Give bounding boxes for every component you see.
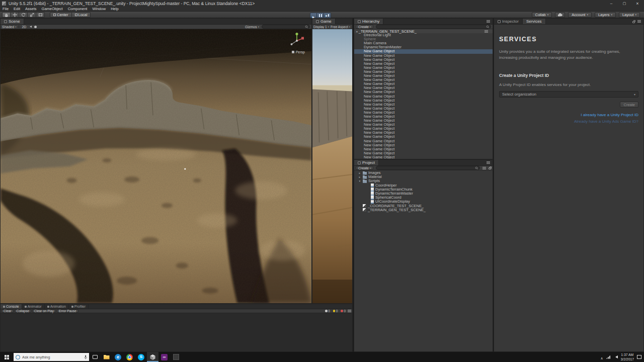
maximize-button[interactable]: [618, 0, 631, 7]
task-view-button[interactable]: [89, 352, 101, 362]
scale-tool-button[interactable]: [28, 12, 36, 18]
hand-tool-button[interactable]: [2, 12, 11, 18]
scene-audio-icon[interactable]: [29, 26, 32, 28]
info-count[interactable]: 0: [324, 309, 331, 313]
scene-viewport[interactable]: Persp: [1, 29, 311, 303]
unity-ads-id-link[interactable]: Already have a Unity Ads Game ID?: [574, 119, 638, 124]
aspect-dropdown[interactable]: Free Aspect: [331, 25, 350, 29]
account-dropdown[interactable]: Account: [568, 12, 592, 18]
project-menu-icon[interactable]: [487, 161, 490, 164]
collab-dropdown[interactable]: Collab: [532, 12, 552, 18]
console-tab[interactable]: Animation: [45, 304, 69, 309]
rotate-tool-button[interactable]: [19, 12, 28, 18]
lock-icon[interactable]: [489, 167, 491, 169]
console-button[interactable]: Clear: [2, 309, 14, 313]
tab-project[interactable]: Project: [354, 160, 379, 165]
project-item[interactable]: _TERRAIN_GEN_TEST_SCENE_: [354, 208, 493, 212]
taskbar-clock[interactable]: 1:37 AM 3/2/2017: [621, 352, 634, 361]
minimize-button[interactable]: [605, 0, 618, 7]
edge-button[interactable]: e: [112, 352, 124, 362]
hierarchy-search-input[interactable]: [376, 25, 491, 29]
network-icon[interactable]: [606, 355, 611, 359]
orientation-gizmo[interactable]: [288, 31, 305, 48]
visual-studio-button[interactable]: ∞: [158, 352, 170, 362]
hierarchy-menu-icon[interactable]: [487, 20, 490, 23]
existing-project-id-link[interactable]: I already have a Unity Project ID: [581, 113, 638, 117]
move-tool-button[interactable]: [11, 12, 19, 18]
file-explorer-button[interactable]: [101, 352, 112, 362]
tab-game[interactable]: Game: [312, 19, 336, 24]
asset-icon: [363, 171, 367, 175]
menu-item[interactable]: GameObject: [39, 7, 65, 11]
toggle-2d-button[interactable]: 2D: [22, 25, 26, 29]
inspector-lock-icon[interactable]: [632, 21, 635, 23]
system-tray: 1:37 AM 3/2/2017: [600, 352, 644, 361]
play-button[interactable]: [310, 13, 317, 18]
menu-item[interactable]: File: [0, 7, 11, 11]
file-explorer-icon: [104, 355, 110, 359]
menu-item[interactable]: Edit: [11, 7, 23, 11]
hierarchy-list-container: _TERRAIN_GEN_TEST_SCENE_ Directional Lig…: [354, 29, 493, 159]
console-buttons: ClearCollapseClear on PlayError Pause: [2, 309, 78, 313]
layout-dropdown[interactable]: Layout: [619, 12, 640, 18]
game-viewport[interactable]: [312, 29, 352, 303]
console-menu-icon[interactable]: [348, 310, 351, 312]
persp-toggle[interactable]: Persp: [292, 50, 305, 54]
close-button[interactable]: [631, 0, 644, 7]
rect-tool-button[interactable]: [36, 12, 45, 18]
disclosure-arrow-icon: [358, 175, 361, 179]
gizmos-dropdown[interactable]: Gizmos: [245, 25, 259, 29]
inspector-tabstrip: Inspector Services: [494, 19, 643, 25]
menu-item[interactable]: Help: [108, 7, 121, 11]
scene-lighting-icon[interactable]: [34, 26, 37, 28]
asset-icon: [363, 204, 366, 208]
search-icon: [475, 166, 478, 170]
tab-services[interactable]: Services: [523, 19, 546, 24]
pivot-toggle-button[interactable]: Center: [50, 12, 72, 18]
microphone-icon[interactable]: [84, 355, 87, 359]
scene-search-input[interactable]: [262, 25, 310, 29]
project-create-button[interactable]: Create: [356, 166, 373, 170]
console-tab[interactable]: Console: [1, 304, 22, 309]
action-center-icon[interactable]: [637, 355, 641, 359]
start-button[interactable]: [0, 352, 13, 362]
console-tab[interactable]: Animator: [22, 304, 45, 309]
console-button[interactable]: Collapse: [15, 309, 31, 313]
draw-mode-dropdown[interactable]: Shaded: [2, 25, 16, 29]
chrome-button[interactable]: [124, 352, 135, 362]
menu-item[interactable]: Window: [90, 7, 108, 11]
app-button[interactable]: [170, 352, 182, 362]
layers-dropdown[interactable]: Layers: [595, 12, 616, 18]
tab-scene[interactable]: Scene: [1, 19, 24, 24]
console-button[interactable]: Error Pause: [57, 309, 78, 313]
console-tab[interactable]: Profiler: [69, 304, 89, 309]
display-dropdown[interactable]: Display 1: [313, 25, 329, 29]
cortana-search[interactable]: Ask me anything: [14, 353, 89, 361]
console-log-area[interactable]: [1, 313, 352, 351]
volume-icon[interactable]: [614, 355, 618, 358]
tab-hierarchy[interactable]: Hierarchy: [354, 19, 383, 24]
inspector-tab-icon: [498, 20, 501, 23]
menu-item[interactable]: Assets: [23, 7, 39, 11]
unity-taskbar-button[interactable]: [147, 352, 158, 362]
space-toggle-button[interactable]: Local: [72, 12, 91, 18]
hierarchy-item[interactable]: New Game Object: [354, 155, 493, 159]
project-search-input[interactable]: [376, 166, 480, 170]
scene-options-icon[interactable]: [485, 30, 488, 33]
organization-select[interactable]: Select organization: [499, 91, 638, 98]
hierarchy-create-button[interactable]: Create: [356, 25, 373, 29]
step-button[interactable]: [324, 13, 331, 18]
warning-count[interactable]: 0: [332, 309, 339, 313]
skype-button[interactable]: S: [135, 352, 147, 362]
create-project-id-button[interactable]: Create: [620, 102, 638, 108]
project-settings-icon[interactable]: [482, 167, 486, 169]
console-button[interactable]: Clear on Play: [32, 309, 56, 313]
cloud-button[interactable]: [555, 12, 565, 18]
menu-item[interactable]: Component: [65, 7, 90, 11]
tray-expand-icon[interactable]: [600, 352, 603, 361]
error-count[interactable]: 0: [340, 309, 347, 313]
tab-inspector[interactable]: Inspector: [494, 19, 523, 24]
pause-button[interactable]: [317, 13, 324, 18]
window-titlebar[interactable]: Unity 5.5.2f1 (64bit) - _TERRAIN_GEN_TES…: [0, 0, 644, 7]
inspector-menu-icon[interactable]: [637, 20, 641, 23]
